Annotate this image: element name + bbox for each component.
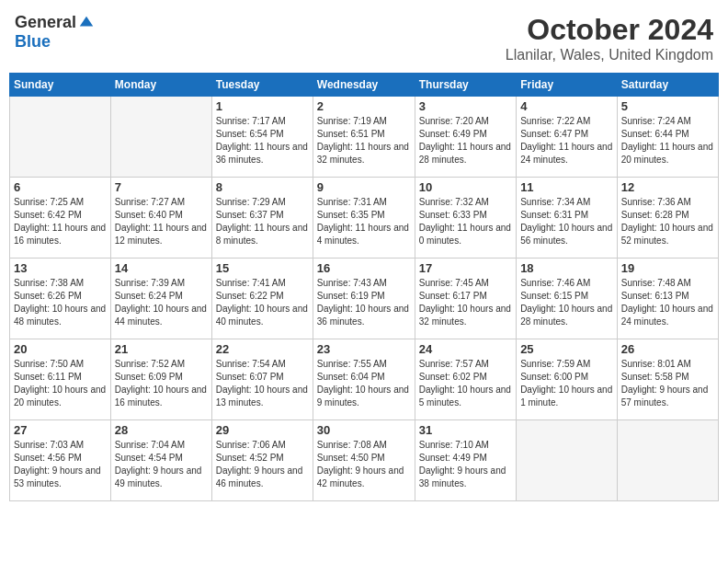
day-number: 24 xyxy=(419,342,512,356)
day-info: Sunrise: 7:52 AMSunset: 6:09 PMDaylight:… xyxy=(115,358,208,409)
day-info: Sunrise: 7:19 AMSunset: 6:51 PMDaylight:… xyxy=(317,115,411,167)
day-number: 6 xyxy=(14,180,107,194)
day-number: 22 xyxy=(216,342,309,356)
calendar-cell: 20Sunrise: 7:50 AMSunset: 6:11 PMDayligh… xyxy=(10,339,111,420)
calendar-cell: 9Sunrise: 7:31 AMSunset: 6:35 PMDaylight… xyxy=(313,178,415,259)
calendar-cell: 31Sunrise: 7:10 AMSunset: 4:49 PMDayligh… xyxy=(415,420,516,501)
day-number: 16 xyxy=(317,261,411,275)
day-number: 10 xyxy=(419,180,512,194)
day-info: Sunrise: 7:36 AMSunset: 6:28 PMDaylight:… xyxy=(621,196,714,247)
day-number: 4 xyxy=(520,99,613,113)
day-info: Sunrise: 7:38 AMSunset: 6:26 PMDaylight:… xyxy=(14,277,107,328)
calendar-cell: 12Sunrise: 7:36 AMSunset: 6:28 PMDayligh… xyxy=(617,178,718,259)
day-number: 26 xyxy=(621,342,714,356)
day-number: 25 xyxy=(520,342,613,356)
day-info: Sunrise: 7:08 AMSunset: 4:50 PMDaylight:… xyxy=(317,439,411,490)
calendar-cell: 11Sunrise: 7:34 AMSunset: 6:31 PMDayligh… xyxy=(517,178,618,259)
day-number: 5 xyxy=(621,99,714,113)
day-number: 27 xyxy=(14,423,107,437)
day-info: Sunrise: 7:24 AMSunset: 6:44 PMDaylight:… xyxy=(621,115,714,167)
day-info: Sunrise: 7:17 AMSunset: 6:54 PMDaylight:… xyxy=(216,115,309,167)
calendar-cell xyxy=(110,97,211,178)
day-number: 7 xyxy=(115,180,208,194)
calendar-cell: 16Sunrise: 7:43 AMSunset: 6:19 PMDayligh… xyxy=(313,259,415,339)
calendar-cell: 28Sunrise: 7:04 AMSunset: 4:54 PMDayligh… xyxy=(110,420,211,501)
day-info: Sunrise: 7:55 AMSunset: 6:04 PMDaylight:… xyxy=(317,358,411,409)
day-number: 29 xyxy=(216,423,309,437)
weekday-header-monday: Monday xyxy=(110,74,211,97)
calendar-week-row: 6Sunrise: 7:25 AMSunset: 6:42 PMDaylight… xyxy=(10,178,719,259)
day-number: 2 xyxy=(317,99,411,113)
calendar-cell: 21Sunrise: 7:52 AMSunset: 6:09 PMDayligh… xyxy=(110,339,211,420)
day-number: 19 xyxy=(621,261,714,275)
calendar-cell: 18Sunrise: 7:46 AMSunset: 6:15 PMDayligh… xyxy=(517,259,618,339)
calendar-cell: 10Sunrise: 7:32 AMSunset: 6:33 PMDayligh… xyxy=(415,178,516,259)
calendar-cell: 7Sunrise: 7:27 AMSunset: 6:40 PMDaylight… xyxy=(110,178,211,259)
day-number: 31 xyxy=(419,423,512,437)
calendar-cell: 26Sunrise: 8:01 AMSunset: 5:58 PMDayligh… xyxy=(617,339,718,420)
weekday-header-wednesday: Wednesday xyxy=(313,74,415,97)
logo-general-text: General xyxy=(15,13,76,32)
calendar-cell: 13Sunrise: 7:38 AMSunset: 6:26 PMDayligh… xyxy=(10,259,111,339)
day-number: 9 xyxy=(317,180,411,194)
day-info: Sunrise: 7:31 AMSunset: 6:35 PMDaylight:… xyxy=(317,196,411,247)
day-number: 1 xyxy=(216,99,309,113)
day-info: Sunrise: 7:25 AMSunset: 6:42 PMDaylight:… xyxy=(14,196,107,247)
calendar-cell: 25Sunrise: 7:59 AMSunset: 6:00 PMDayligh… xyxy=(517,339,618,420)
calendar-table: SundayMondayTuesdayWednesdayThursdayFrid… xyxy=(9,73,719,501)
day-number: 13 xyxy=(14,261,107,275)
logo-blue-text: Blue xyxy=(15,32,51,52)
location-title: Llanilar, Wales, United Kingdom xyxy=(506,47,713,63)
title-section: October 2024 Llanilar, Wales, United Kin… xyxy=(506,13,713,63)
calendar-cell: 29Sunrise: 7:06 AMSunset: 4:52 PMDayligh… xyxy=(211,420,313,501)
weekday-header-friday: Friday xyxy=(517,74,618,97)
day-info: Sunrise: 7:32 AMSunset: 6:33 PMDaylight:… xyxy=(419,196,512,247)
calendar-cell: 23Sunrise: 7:55 AMSunset: 6:04 PMDayligh… xyxy=(313,339,415,420)
day-info: Sunrise: 7:29 AMSunset: 6:37 PMDaylight:… xyxy=(216,196,309,247)
day-info: Sunrise: 7:22 AMSunset: 6:47 PMDaylight:… xyxy=(520,115,613,167)
day-number: 15 xyxy=(216,261,309,275)
day-info: Sunrise: 7:54 AMSunset: 6:07 PMDaylight:… xyxy=(216,358,309,409)
calendar-cell: 2Sunrise: 7:19 AMSunset: 6:51 PMDaylight… xyxy=(313,97,415,178)
day-info: Sunrise: 7:34 AMSunset: 6:31 PMDaylight:… xyxy=(520,196,613,247)
day-info: Sunrise: 7:10 AMSunset: 4:49 PMDaylight:… xyxy=(419,439,512,490)
calendar-cell: 24Sunrise: 7:57 AMSunset: 6:02 PMDayligh… xyxy=(415,339,516,420)
day-number: 8 xyxy=(216,180,309,194)
calendar-week-row: 20Sunrise: 7:50 AMSunset: 6:11 PMDayligh… xyxy=(10,339,719,420)
day-info: Sunrise: 7:04 AMSunset: 4:54 PMDaylight:… xyxy=(115,439,208,490)
calendar-cell: 15Sunrise: 7:41 AMSunset: 6:22 PMDayligh… xyxy=(211,259,313,339)
calendar-cell: 17Sunrise: 7:45 AMSunset: 6:17 PMDayligh… xyxy=(415,259,516,339)
weekday-header-sunday: Sunday xyxy=(10,74,111,97)
day-info: Sunrise: 7:57 AMSunset: 6:02 PMDaylight:… xyxy=(419,358,512,409)
day-number: 11 xyxy=(520,180,613,194)
calendar-cell xyxy=(517,420,618,501)
weekday-header-saturday: Saturday xyxy=(617,74,718,97)
calendar-cell: 8Sunrise: 7:29 AMSunset: 6:37 PMDaylight… xyxy=(211,178,313,259)
calendar-cell: 27Sunrise: 7:03 AMSunset: 4:56 PMDayligh… xyxy=(10,420,111,501)
day-info: Sunrise: 7:39 AMSunset: 6:24 PMDaylight:… xyxy=(115,277,208,328)
day-info: Sunrise: 7:06 AMSunset: 4:52 PMDaylight:… xyxy=(216,439,309,490)
day-number: 12 xyxy=(621,180,714,194)
day-info: Sunrise: 7:41 AMSunset: 6:22 PMDaylight:… xyxy=(216,277,309,328)
calendar-cell: 3Sunrise: 7:20 AMSunset: 6:49 PMDaylight… xyxy=(415,97,516,178)
calendar-cell: 19Sunrise: 7:48 AMSunset: 6:13 PMDayligh… xyxy=(617,259,718,339)
calendar-cell: 6Sunrise: 7:25 AMSunset: 6:42 PMDaylight… xyxy=(10,178,111,259)
calendar-cell: 1Sunrise: 7:17 AMSunset: 6:54 PMDaylight… xyxy=(211,97,313,178)
day-info: Sunrise: 7:27 AMSunset: 6:40 PMDaylight:… xyxy=(115,196,208,247)
calendar-week-row: 13Sunrise: 7:38 AMSunset: 6:26 PMDayligh… xyxy=(10,259,719,339)
calendar-week-row: 27Sunrise: 7:03 AMSunset: 4:56 PMDayligh… xyxy=(10,420,719,501)
svg-marker-0 xyxy=(80,16,93,26)
calendar-cell: 30Sunrise: 7:08 AMSunset: 4:50 PMDayligh… xyxy=(313,420,415,501)
day-info: Sunrise: 7:03 AMSunset: 4:56 PMDaylight:… xyxy=(14,439,107,490)
day-info: Sunrise: 7:45 AMSunset: 6:17 PMDaylight:… xyxy=(419,277,512,328)
day-info: Sunrise: 8:01 AMSunset: 5:58 PMDaylight:… xyxy=(621,358,714,409)
day-number: 28 xyxy=(115,423,208,437)
day-number: 20 xyxy=(14,342,107,356)
day-number: 21 xyxy=(115,342,208,356)
day-number: 23 xyxy=(317,342,411,356)
day-info: Sunrise: 7:46 AMSunset: 6:15 PMDaylight:… xyxy=(520,277,613,328)
day-number: 3 xyxy=(419,99,512,113)
day-info: Sunrise: 7:48 AMSunset: 6:13 PMDaylight:… xyxy=(621,277,714,328)
day-info: Sunrise: 7:50 AMSunset: 6:11 PMDaylight:… xyxy=(14,358,107,409)
month-year-title: October 2024 xyxy=(506,13,713,47)
